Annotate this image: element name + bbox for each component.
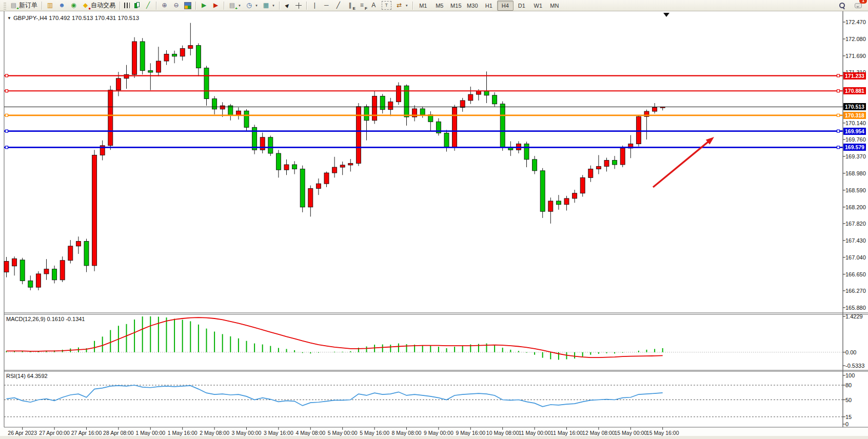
time-axis-label: 8 May 08:00 [392, 430, 422, 436]
timeframe-h4-button[interactable]: H4 [497, 1, 514, 11]
equidistant-channel-button[interactable]: ∥E [344, 1, 356, 11]
price-tick-label: 167.040 [845, 254, 866, 261]
bear-candle [613, 161, 617, 165]
signals-button[interactable]: ◉ [68, 1, 80, 11]
timeframe-m30-button[interactable]: M30 [464, 1, 481, 11]
chart-title-text: GBPJPY-,H4 170.492 170.513 170.431 170.5… [13, 15, 139, 21]
chat-unread-badge: 1 [859, 0, 867, 4]
market-watch-icon: ▥ [46, 2, 54, 9]
auto-trading-button[interactable]: ◆●自动交易 [80, 1, 117, 11]
chart-title[interactable]: ▼ GBPJPY-,H4 170.492 170.513 170.431 170… [7, 15, 139, 21]
bull-candle [284, 165, 289, 170]
cursor-arrow-icon: ► [282, 0, 293, 11]
bear-candle [20, 260, 25, 281]
bull-candle [604, 161, 609, 167]
trendline-icon: ╱ [334, 2, 342, 9]
auto-trading-button-label: 自动交易 [91, 1, 115, 10]
time-axis-label: 4 May 08:00 [295, 430, 325, 436]
fibonacci-button[interactable]: ≡F [356, 1, 368, 11]
time-axis-label: 12 May 08:00 [582, 430, 615, 436]
auto-scroll-button[interactable]: ▶ [198, 1, 210, 11]
chat-button[interactable]: 1 [853, 1, 864, 11]
bull-candle [340, 165, 345, 167]
chevron-down-icon[interactable]: ▼ [238, 4, 241, 7]
time-axis-label: 15 May 16:00 [646, 430, 679, 436]
toolbar-grip [4, 2, 6, 10]
timeframe-m15-button[interactable]: M15 [448, 1, 464, 11]
trendline-button[interactable]: ╱ [332, 1, 344, 11]
toolbar-separator [120, 2, 120, 10]
bear-candle [556, 201, 561, 205]
crosshair-button[interactable] [293, 1, 304, 11]
tile-windows-button[interactable] [182, 1, 193, 11]
search-button[interactable] [837, 1, 847, 11]
text-button[interactable]: A [368, 1, 380, 11]
macd-tick-label: -0.5333 [845, 363, 864, 369]
bear-candle [140, 42, 145, 71]
collapse-icon[interactable]: ▼ [7, 16, 11, 21]
bull-candle [68, 246, 73, 261]
chevron-down-icon[interactable]: ▼ [405, 4, 408, 7]
macd-tick-label: 1.4229 [845, 313, 863, 320]
bear-candle [540, 171, 545, 211]
chart-shift-button[interactable]: ▶ [210, 1, 222, 11]
signal-icon: ◉ [70, 2, 77, 9]
fibonacci-icon: ≡F [358, 2, 366, 9]
bear-candle [28, 281, 33, 287]
bear-candle [500, 104, 505, 148]
text-label-button[interactable]: T [380, 1, 393, 11]
shapes-button[interactable]: ⇄▼ [393, 1, 410, 11]
price-badge-pivot-orange: 170.318 [843, 112, 866, 119]
bars-icon [124, 3, 130, 8]
hline-anchor [837, 90, 840, 92]
price-tick-label: 167.820 [845, 221, 866, 227]
auto-scroll-icon: ▶ [200, 2, 208, 9]
market-watch-button[interactable]: ▥ [44, 1, 56, 11]
timeframe-w1-button[interactable]: W1 [530, 1, 546, 11]
hline-anchor [837, 130, 840, 132]
timeframe-m5-button[interactable]: M5 [431, 1, 448, 11]
rsi-tick-label: 100 [845, 372, 855, 378]
hline-anchor [6, 90, 8, 92]
bear-candle [292, 165, 297, 169]
bar-chart-button[interactable] [122, 1, 132, 11]
zoom-out-button[interactable]: ⊖ [170, 1, 182, 11]
price-tick-label: 168.590 [845, 187, 866, 193]
price-tick-label: 170.140 [845, 120, 866, 126]
line-chart-button[interactable]: ╱ [142, 1, 154, 11]
cursor-button[interactable]: ► [282, 1, 293, 11]
periods-button[interactable]: ◷▼ [243, 1, 260, 11]
channel-icon: ∥E [346, 2, 354, 9]
templates-button[interactable]: ▦▼ [260, 1, 277, 11]
candlestick-chart-button[interactable] [132, 1, 142, 11]
new-order-button[interactable]: ▤+新订单 [8, 1, 40, 11]
bull-candle [116, 78, 121, 90]
timeframe-d1-button[interactable]: D1 [514, 1, 530, 11]
time-axis-label: 15 May 00:00 [614, 430, 647, 436]
bull-candle [156, 61, 161, 72]
timeframe-h1-button[interactable]: H1 [481, 1, 497, 11]
bull-candle [132, 42, 137, 74]
macd-label: MACD(12,26,9) 0.1610 -0.1341 [6, 316, 85, 322]
toolbar-separator [156, 2, 156, 10]
price-tick-label: 168.980 [845, 170, 866, 176]
indicators-button[interactable]: ▤+▼ [226, 1, 243, 11]
bull-candle [236, 111, 241, 115]
price-tick-label: 169.370 [845, 153, 866, 159]
price-badge-support-1: 169.954 [843, 128, 866, 135]
horizontal-line-button[interactable]: ─ [321, 1, 332, 11]
chart-canvas[interactable] [0, 0, 868, 439]
hline-anchor [837, 114, 840, 116]
vertical-line-button[interactable]: | [309, 1, 321, 11]
bear-candle [172, 54, 177, 56]
timeframe-m1-button[interactable]: M1 [415, 1, 431, 11]
timeframe-mn-button[interactable]: MN [546, 1, 563, 11]
chevron-down-icon[interactable]: ▼ [272, 4, 275, 7]
chevron-down-icon[interactable]: ▼ [255, 4, 258, 7]
candlesticks-icon [134, 2, 140, 9]
navigator-button[interactable]: ☻ [56, 1, 68, 11]
zoom-in-button[interactable]: ⊕ [159, 1, 170, 11]
toolbar-separator [279, 2, 280, 10]
rsi-label: RSI(14) 64.3592 [6, 373, 48, 379]
bear-candle [52, 269, 57, 280]
